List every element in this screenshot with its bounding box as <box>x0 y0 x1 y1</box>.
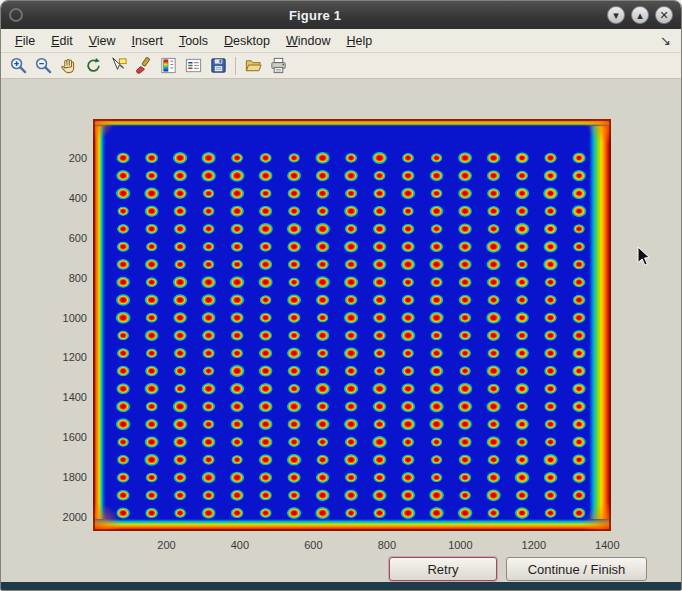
x-tick-label: 600 <box>291 539 335 551</box>
y-tick-label: 2000 <box>41 511 87 523</box>
menu-items: FileEditViewInsertToolsDesktopWindowHelp <box>7 32 380 50</box>
window-title: Figure 1 <box>23 8 607 23</box>
menu-help[interactable]: Help <box>338 32 380 50</box>
mouse-cursor-icon <box>637 246 651 268</box>
data-cursor-icon[interactable] <box>107 55 129 77</box>
window-controls: ▾ ▴ ✕ <box>607 6 673 24</box>
x-tick-label: 1200 <box>512 539 556 551</box>
unshade-button[interactable]: ▴ <box>631 6 649 24</box>
menubar: FileEditViewInsertToolsDesktopWindowHelp… <box>1 29 681 53</box>
y-tick-label: 200 <box>41 152 87 164</box>
y-tick-label: 1600 <box>41 431 87 443</box>
shade-button[interactable]: ▾ <box>607 6 625 24</box>
zoom-out-icon[interactable] <box>32 55 54 77</box>
y-tick-label: 600 <box>41 232 87 244</box>
window-menu-icon[interactable] <box>9 8 23 22</box>
x-tick-label: 800 <box>365 539 409 551</box>
menu-window[interactable]: Window <box>278 32 338 50</box>
toolbar-separator <box>235 57 236 75</box>
x-tick-label: 1000 <box>438 539 482 551</box>
x-tick-label: 1400 <box>585 539 629 551</box>
rotate-3d-icon[interactable] <box>82 55 104 77</box>
titlebar[interactable]: Figure 1 ▾ ▴ ✕ <box>1 1 681 29</box>
y-tick-label: 800 <box>41 272 87 284</box>
open-folder-icon[interactable] <box>242 55 264 77</box>
y-tick-label: 1000 <box>41 312 87 324</box>
menu-tools[interactable]: Tools <box>171 32 216 50</box>
colorbar-icon[interactable] <box>157 55 179 77</box>
brush-icon[interactable] <box>132 55 154 77</box>
retry-button[interactable]: Retry <box>389 557 497 581</box>
y-tick-label: 1400 <box>41 391 87 403</box>
save-icon[interactable] <box>207 55 229 77</box>
y-tick-label: 400 <box>41 192 87 204</box>
window-bottom-border <box>1 582 681 590</box>
x-tick-label: 200 <box>144 539 188 551</box>
close-button[interactable]: ✕ <box>655 6 673 24</box>
toolbar <box>1 53 681 79</box>
continue-finish-button[interactable]: Continue / Finish <box>506 557 647 581</box>
zoom-in-icon[interactable] <box>7 55 29 77</box>
figure-window: Figure 1 ▾ ▴ ✕ FileEditViewInsertToolsDe… <box>0 0 682 591</box>
legend-icon[interactable] <box>182 55 204 77</box>
menu-view[interactable]: View <box>81 32 124 50</box>
pan-hand-icon[interactable] <box>57 55 79 77</box>
menu-file[interactable]: File <box>7 32 43 50</box>
dock-figure-icon[interactable]: ↘ <box>660 33 675 48</box>
menu-insert[interactable]: Insert <box>124 32 171 50</box>
heatmap-image[interactable] <box>93 119 611 531</box>
y-tick-label: 1200 <box>41 351 87 363</box>
menu-desktop[interactable]: Desktop <box>216 32 278 50</box>
menu-edit[interactable]: Edit <box>43 32 81 50</box>
figure-canvas-area: 200400600800100012001400160018002000 200… <box>1 79 681 582</box>
y-tick-label: 1800 <box>41 471 87 483</box>
x-tick-label: 400 <box>218 539 262 551</box>
print-icon[interactable] <box>267 55 289 77</box>
